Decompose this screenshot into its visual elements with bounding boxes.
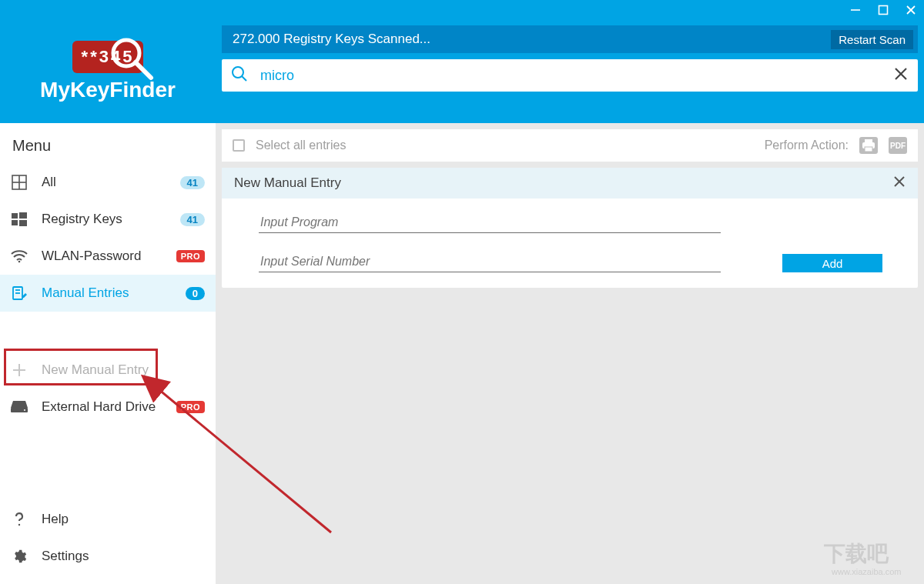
panel-title: New Manual Entry [234,175,341,191]
svg-rect-16 [19,220,27,226]
add-button[interactable]: Add [782,254,882,272]
count-badge: 41 [180,176,205,189]
scan-status-bar: 272.000 Registry Keys Scanned... Restart… [222,25,918,53]
select-all-label: Select all entries [256,138,346,152]
svg-text:www.xiazaiba.com: www.xiazaiba.com [831,567,901,576]
svg-point-6 [233,67,243,78]
grid-icon [11,175,28,190]
minimize-button[interactable] [849,3,862,17]
sidebar-item-all[interactable]: All 41 [0,164,216,201]
wifi-icon [11,249,28,263]
sidebar: Menu All 41 Registry Keys 41 WLAN-P [0,123,216,584]
pro-badge: PRO [176,250,205,262]
print-icon[interactable] [859,137,878,154]
search-bar [222,59,918,92]
svg-rect-15 [12,220,18,225]
sidebar-item-help[interactable]: Help [0,501,216,538]
sidebar-item-new-manual-entry[interactable]: New Manual Entry [0,352,216,389]
sidebar-item-label: All [42,175,166,190]
svg-point-25 [18,524,20,526]
maximize-button[interactable] [876,3,890,17]
entries-toolbar: Select all entries Perform Action: PDF [222,129,918,162]
menu-heading: Menu [0,123,216,164]
search-icon [231,65,248,85]
pro-badge: PRO [176,401,205,413]
sidebar-item-wlan[interactable]: WLAN-Password PRO [0,238,216,275]
perform-action-label: Perform Action: [765,138,849,152]
sidebar-item-registry[interactable]: Registry Keys 41 [0,201,216,238]
brand-area: **345 MyKeyFinder [0,19,216,123]
sidebar-item-label: WLAN-Password [42,249,162,264]
manual-icon [11,285,28,301]
sidebar-item-external-hd[interactable]: External Hard Drive PRO [0,389,216,425]
close-button[interactable] [904,3,918,17]
sidebar-item-manual-entries[interactable]: Manual Entries 0 [0,275,216,312]
scan-status-text: 272.000 Registry Keys Scanned... [233,32,430,47]
content-area: Select all entries Perform Action: PDF N… [216,123,924,584]
plus-icon [11,362,28,378]
svg-rect-28 [865,147,872,152]
watermark: 下载吧 www.xiazaiba.com [808,530,924,584]
magnifier-icon [109,36,157,84]
sidebar-item-label: External Hard Drive [42,399,162,415]
app-logo: **345 [72,41,143,73]
close-panel-icon[interactable] [893,175,906,192]
svg-line-7 [242,76,246,81]
svg-rect-1 [879,5,888,14]
svg-point-24 [24,409,25,411]
svg-text:下载吧: 下载吧 [823,542,889,566]
sidebar-item-label: Registry Keys [42,212,166,227]
sidebar-item-label: Help [42,512,205,527]
svg-rect-13 [12,213,18,219]
search-input[interactable] [260,68,881,84]
sidebar-item-label: Settings [42,549,205,564]
program-input[interactable] [259,212,721,233]
gear-icon [11,549,28,564]
svg-point-17 [18,261,21,263]
serial-input[interactable] [259,252,721,272]
titlebar [0,0,924,19]
help-icon [11,512,28,527]
harddrive-icon [11,401,28,413]
pdf-icon[interactable]: PDF [889,137,907,154]
windows-icon [11,212,28,227]
svg-rect-26 [865,139,872,142]
count-badge: 41 [180,213,205,226]
select-all-checkbox[interactable] [233,139,245,152]
manual-entry-panel: New Manual Entry Add [222,168,918,288]
clear-search-icon[interactable] [893,66,909,85]
sidebar-item-settings[interactable]: Settings [0,538,216,575]
svg-rect-14 [19,212,27,219]
sidebar-item-label: New Manual Entry [42,362,205,378]
count-badge: 0 [186,287,205,300]
sidebar-item-label: Manual Entries [42,285,172,301]
svg-line-5 [136,62,151,78]
restart-scan-button[interactable]: Restart Scan [831,30,913,49]
